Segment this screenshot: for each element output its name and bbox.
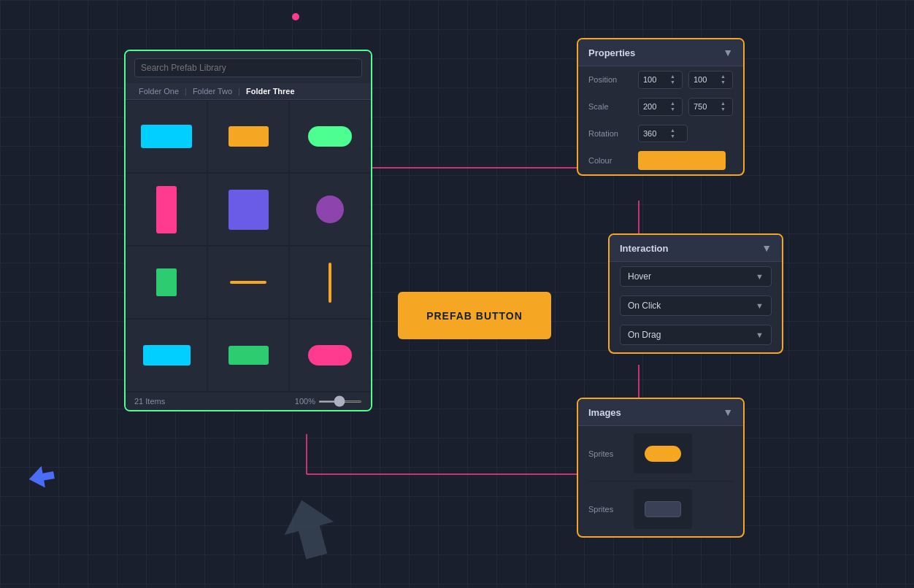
scale-x-spinner[interactable]: ▲ ▼: [670, 101, 675, 113]
svg-marker-1: [277, 494, 341, 563]
prefab-item-7[interactable]: [126, 246, 207, 319]
interaction-chevron-icon: ▼: [761, 242, 772, 254]
spinner-up-icon[interactable]: ▲: [721, 101, 726, 107]
prefab-button[interactable]: PREFAB BUTTON: [398, 292, 551, 339]
scale-y-input[interactable]: ▲ ▼: [688, 98, 733, 116]
sprite-dark-rect: [645, 501, 681, 517]
images-panel-header[interactable]: Images ▼: [578, 399, 743, 426]
on-click-dropdown-arrow-icon: ▼: [756, 301, 764, 310]
prefab-footer: 21 Items 100%: [126, 392, 371, 410]
spinner-down-icon[interactable]: ▼: [721, 80, 726, 85]
prefab-item-2[interactable]: [207, 100, 289, 173]
sprite-thumb-2[interactable]: [634, 489, 692, 529]
position-y-spinner[interactable]: ▲ ▼: [721, 74, 726, 86]
position-y-input[interactable]: ▲ ▼: [688, 71, 733, 89]
shape-purple-square: [228, 190, 269, 230]
hover-label: Hover: [628, 271, 651, 282]
rotation-label: Rotation: [588, 129, 632, 138]
prefab-item-8[interactable]: [207, 246, 289, 319]
scale-row: Scale ▲ ▼ ▲ ▼: [578, 93, 743, 120]
prefab-item-10[interactable]: [126, 319, 207, 392]
folder-tab-three[interactable]: Folder Three: [242, 83, 299, 99]
shape-pink-rectangle: [156, 186, 177, 233]
position-y-field[interactable]: [694, 75, 719, 84]
folder-tab-one[interactable]: Folder One: [134, 83, 183, 99]
position-x-field[interactable]: [643, 75, 669, 84]
on-click-dropdown[interactable]: On Click ▼: [620, 295, 772, 316]
images-chevron-icon: ▼: [723, 406, 733, 418]
prefab-library-panel: Folder One | Folder Two | Folder Three: [124, 50, 372, 411]
shape-orange-vertical: [329, 263, 331, 303]
colour-row: Colour: [578, 147, 743, 174]
prefab-item-9[interactable]: [289, 246, 371, 319]
zoom-level: 100%: [295, 397, 315, 406]
colour-swatch[interactable]: [638, 151, 726, 170]
properties-panel: Properties ▼ Position ▲ ▼ ▲ ▼ Scale ▲ ▼: [577, 38, 745, 176]
on-click-dropdown-row: On Click ▼: [610, 291, 782, 320]
images-panel: Images ▼ Sprites Sprites: [577, 398, 745, 538]
on-click-label: On Click: [628, 301, 661, 311]
on-drag-dropdown[interactable]: On Drag ▼: [620, 325, 772, 345]
prefab-item-1[interactable]: [126, 100, 207, 173]
zoom-controls: 100%: [295, 397, 362, 406]
folder-tab-two[interactable]: Folder Two: [188, 83, 237, 99]
on-drag-label: On Drag: [628, 330, 661, 340]
hover-dropdown[interactable]: Hover ▼: [620, 266, 772, 287]
scale-x-field[interactable]: [643, 102, 669, 111]
images-title: Images: [588, 407, 621, 418]
prefab-item-5[interactable]: [207, 173, 289, 246]
shape-cyan-rectangle: [141, 125, 192, 148]
scale-y-field[interactable]: [694, 102, 719, 111]
prefab-item-4[interactable]: [126, 173, 207, 246]
sprite-orange-pill: [645, 446, 681, 462]
prefab-item-6[interactable]: [289, 173, 371, 246]
scale-x-input[interactable]: ▲ ▼: [638, 98, 683, 116]
sprite-row-1: Sprites: [578, 426, 743, 481]
shape-pink-pill: [308, 345, 352, 365]
interaction-panel-header[interactable]: Interaction ▼: [610, 235, 782, 262]
rotation-spinner[interactable]: ▲ ▼: [670, 128, 675, 140]
shape-orange-rectangle: [228, 126, 269, 147]
pink-dot-decoration: [292, 13, 299, 20]
interaction-title: Interaction: [620, 243, 668, 254]
prefab-grid: [126, 100, 371, 392]
prefab-item-11[interactable]: [207, 319, 289, 392]
scale-label: Scale: [588, 102, 632, 111]
position-x-input[interactable]: ▲ ▼: [638, 71, 683, 89]
sprites-label-1: Sprites: [588, 449, 625, 458]
hover-dropdown-row: Hover ▼: [610, 262, 782, 291]
items-count: 21 Items: [134, 397, 165, 406]
prefab-search-input[interactable]: [134, 58, 362, 77]
hover-dropdown-arrow-icon: ▼: [756, 272, 764, 281]
spinner-down-icon[interactable]: ▼: [670, 107, 675, 112]
folder-sep-1: |: [183, 87, 188, 96]
rotation-row: Rotation ▲ ▼: [578, 120, 743, 147]
spinner-up-icon[interactable]: ▲: [670, 74, 675, 80]
sprite-row-2: Sprites: [578, 481, 743, 536]
on-drag-dropdown-arrow-icon: ▼: [756, 330, 764, 339]
spinner-up-icon[interactable]: ▲: [670, 128, 675, 134]
spinner-up-icon[interactable]: ▲: [670, 101, 675, 107]
spinner-down-icon[interactable]: ▼: [670, 80, 675, 85]
sprite-thumb-1[interactable]: [634, 433, 692, 473]
properties-panel-header[interactable]: Properties ▼: [578, 39, 743, 66]
position-label: Position: [588, 75, 632, 84]
zoom-slider-input[interactable]: [318, 401, 362, 403]
colour-label: Colour: [588, 156, 632, 165]
prefab-item-12[interactable]: [289, 319, 371, 392]
prefab-search-area: [126, 51, 371, 83]
properties-chevron-icon: ▼: [723, 47, 733, 58]
rotation-input[interactable]: ▲ ▼: [638, 125, 688, 143]
spinner-down-icon[interactable]: ▼: [670, 134, 675, 139]
scale-y-spinner[interactable]: ▲ ▼: [721, 101, 726, 113]
dark-arrow-decoration: [277, 494, 343, 572]
interaction-panel: Interaction ▼ Hover ▼ On Click ▼ On Drag…: [608, 233, 783, 354]
sprites-label-2: Sprites: [588, 505, 625, 514]
spinner-down-icon[interactable]: ▼: [721, 107, 726, 112]
prefab-item-3[interactable]: [289, 100, 371, 173]
blue-arrow-decoration: [27, 464, 57, 495]
position-x-spinner[interactable]: ▲ ▼: [670, 74, 675, 86]
rotation-field[interactable]: [643, 129, 669, 138]
position-row: Position ▲ ▼ ▲ ▼: [578, 66, 743, 93]
spinner-up-icon[interactable]: ▲: [721, 74, 726, 80]
